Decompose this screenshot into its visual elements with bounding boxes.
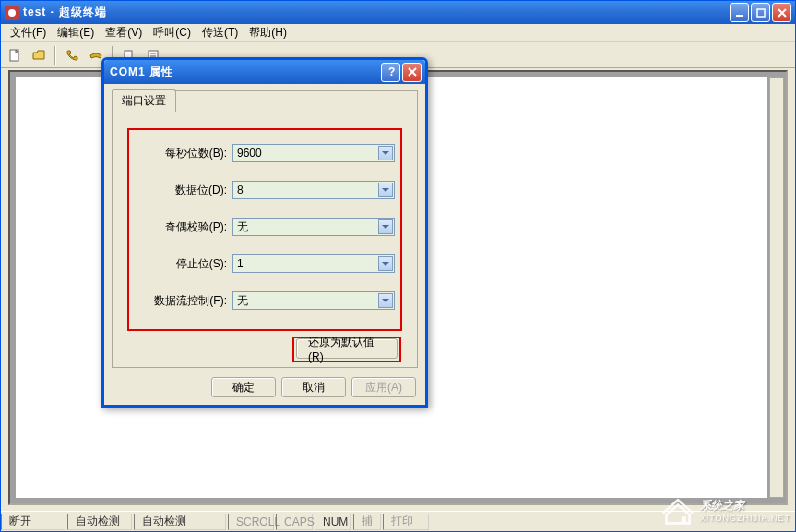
vertical-scrollbar[interactable] [769, 77, 784, 498]
status-print: 打印 [383, 514, 429, 530]
cancel-button[interactable]: 取消 [281, 377, 346, 397]
main-window-title: test - 超级终端 [23, 5, 730, 20]
menu-bar: 文件(F) 编辑(E) 查看(V) 呼叫(C) 传送(T) 帮助(H) [1, 24, 795, 42]
phone-icon [65, 48, 79, 63]
label-flowctrl: 数据流控制(F): [135, 293, 227, 309]
restore-defaults-button[interactable]: 还原为默认值(R) [296, 338, 398, 359]
field-row-baud: 每秒位数(B): 9600 [135, 143, 395, 163]
close-icon [777, 7, 788, 18]
status-caps: CAPS [276, 514, 313, 530]
svg-rect-8 [681, 516, 685, 523]
status-autodetect-1: 自动检测 [67, 514, 132, 530]
dialog-title: COM1 属性 [108, 65, 381, 80]
close-icon [407, 66, 418, 77]
label-baud: 每秒位数(B): [135, 146, 227, 161]
toolbar-separator [54, 46, 56, 65]
menu-view[interactable]: 查看(V) [100, 23, 148, 42]
dialog-titlebar[interactable]: COM1 属性 ? [104, 60, 425, 84]
chevron-down-icon[interactable] [378, 183, 393, 197]
chevron-down-icon[interactable] [378, 256, 393, 271]
watermark-subtext: XITONGZHIJIA.NET [700, 514, 790, 523]
menu-edit[interactable]: 编辑(E) [52, 23, 100, 42]
help-icon: ? [386, 66, 397, 77]
label-databits: 数据位(D): [135, 183, 227, 198]
tab-port-settings[interactable]: 端口设置 [112, 89, 176, 112]
dropdown-baud[interactable]: 9600 [232, 144, 395, 162]
app-icon [5, 6, 19, 20]
dialog-close-button[interactable] [402, 63, 422, 82]
com-properties-dialog: COM1 属性 ? 端口设置 每秒位数(B): 9600 数据位(D): 8 [101, 57, 428, 408]
chevron-down-icon[interactable] [378, 293, 393, 308]
status-num: NUM [315, 514, 351, 530]
menu-help[interactable]: 帮助(H) [244, 23, 292, 42]
field-row-stopbits: 停止位(S): 1 [135, 254, 395, 274]
dropdown-flowctrl[interactable]: 无 [232, 291, 395, 310]
chevron-down-icon[interactable] [378, 219, 393, 234]
status-capture: 捕 [353, 514, 381, 530]
toolbar-call-button[interactable] [62, 45, 82, 65]
dropdown-parity-value: 无 [237, 219, 248, 235]
label-stopbits: 停止位(S): [135, 256, 227, 272]
svg-rect-0 [736, 15, 743, 17]
svg-rect-1 [757, 9, 765, 17]
main-titlebar[interactable]: test - 超级终端 [1, 1, 795, 24]
watermark-logo-icon [661, 493, 695, 526]
menu-file[interactable]: 文件(F) [5, 23, 52, 42]
new-file-icon [7, 48, 22, 63]
open-folder-icon [31, 48, 46, 63]
dropdown-flowctrl-value: 无 [237, 293, 248, 309]
dropdown-stopbits-value: 1 [237, 257, 244, 270]
dropdown-databits-value: 8 [237, 183, 244, 196]
dropdown-stopbits[interactable]: 1 [232, 254, 395, 273]
dropdown-databits[interactable]: 8 [232, 181, 395, 199]
dialog-button-row: 确定 取消 应用(A) [211, 377, 416, 397]
status-autodetect-2: 自动检测 [134, 514, 226, 530]
status-scroll: SCROLL [228, 514, 274, 530]
maximize-button[interactable] [751, 3, 770, 22]
field-row-databits: 数据位(D): 8 [135, 180, 395, 200]
ok-button[interactable]: 确定 [211, 377, 276, 397]
minimize-icon [734, 7, 745, 18]
window-controls [730, 3, 791, 22]
maximize-icon [755, 7, 766, 18]
dropdown-parity[interactable]: 无 [232, 218, 395, 236]
toolbar-new-button[interactable] [5, 45, 25, 65]
svg-text:?: ? [388, 66, 395, 77]
watermark-text: 系统之家 [700, 499, 744, 512]
watermark: 系统之家 XITONGZHIJIA.NET [661, 493, 790, 526]
field-row-flowctrl: 数据流控制(F): 无 [135, 290, 395, 311]
apply-button[interactable]: 应用(A) [351, 377, 416, 397]
dialog-help-button[interactable]: ? [381, 63, 400, 82]
field-row-parity: 奇偶校验(P): 无 [135, 217, 395, 237]
menu-transfer[interactable]: 传送(T) [196, 23, 244, 42]
minimize-button[interactable] [730, 3, 749, 22]
port-settings-panel: 每秒位数(B): 9600 数据位(D): 8 奇偶校验(P): 无 停止位(S… [112, 90, 418, 368]
status-connection: 断开 [1, 514, 65, 530]
chevron-down-icon[interactable] [378, 146, 393, 160]
label-parity: 奇偶校验(P): [135, 219, 227, 235]
toolbar-open-button[interactable] [29, 45, 49, 65]
close-button[interactable] [772, 3, 791, 22]
dropdown-baud-value: 9600 [237, 147, 262, 160]
menu-call[interactable]: 呼叫(C) [148, 23, 196, 42]
